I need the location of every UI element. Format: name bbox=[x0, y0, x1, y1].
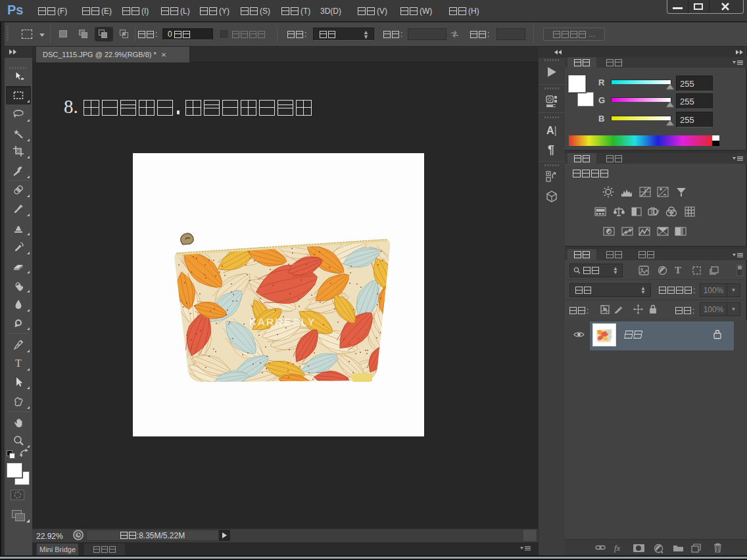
svg-text:T: T bbox=[15, 358, 22, 369]
svg-text:KARRESLY: KARRESLY bbox=[249, 316, 316, 327]
